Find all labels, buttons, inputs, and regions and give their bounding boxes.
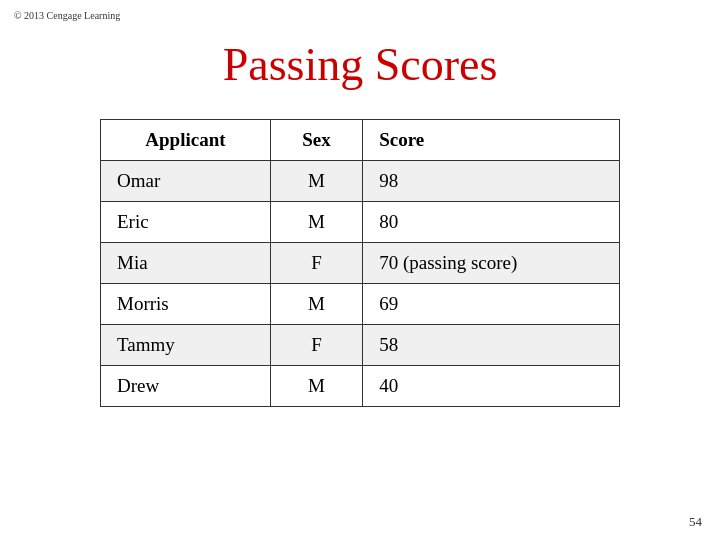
main-content: Passing Scores Applicant Sex Score OmarM… [0, 0, 720, 407]
cell-sex: M [270, 161, 362, 202]
cell-score: 80 [363, 202, 620, 243]
cell-applicant: Eric [101, 202, 271, 243]
table-row: DrewM40 [101, 366, 620, 407]
page-number: 54 [689, 514, 702, 530]
cell-score: 58 [363, 325, 620, 366]
table-row: TammyF58 [101, 325, 620, 366]
cell-score: 70 (passing score) [363, 243, 620, 284]
cell-sex: F [270, 325, 362, 366]
page-title: Passing Scores [223, 38, 498, 91]
cell-applicant: Omar [101, 161, 271, 202]
cell-sex: M [270, 202, 362, 243]
cell-applicant: Tammy [101, 325, 271, 366]
scores-table: Applicant Sex Score OmarM98EricM80MiaF70… [100, 119, 620, 407]
col-header-sex: Sex [270, 120, 362, 161]
cell-score: 98 [363, 161, 620, 202]
copyright-label: © 2013 Cengage Learning [14, 10, 120, 21]
table-row: OmarM98 [101, 161, 620, 202]
col-header-score: Score [363, 120, 620, 161]
cell-applicant: Mia [101, 243, 271, 284]
cell-sex: M [270, 366, 362, 407]
cell-sex: M [270, 284, 362, 325]
col-header-applicant: Applicant [101, 120, 271, 161]
cell-score: 69 [363, 284, 620, 325]
cell-sex: F [270, 243, 362, 284]
cell-score: 40 [363, 366, 620, 407]
cell-applicant: Morris [101, 284, 271, 325]
table-row: MiaF70 (passing score) [101, 243, 620, 284]
table-row: EricM80 [101, 202, 620, 243]
table-header-row: Applicant Sex Score [101, 120, 620, 161]
table-row: MorrisM69 [101, 284, 620, 325]
cell-applicant: Drew [101, 366, 271, 407]
